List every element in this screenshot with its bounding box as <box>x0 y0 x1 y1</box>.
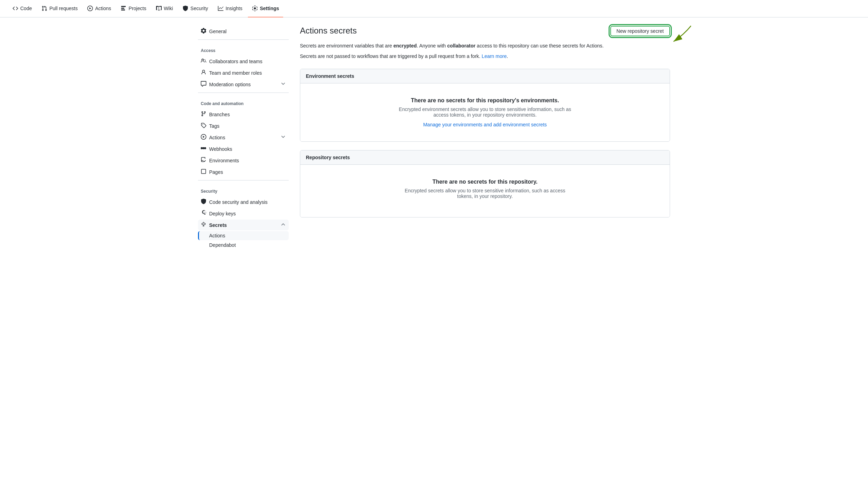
projects-icon <box>121 6 126 11</box>
nav-projects[interactable]: Projects <box>117 0 150 17</box>
actions-icon <box>87 6 93 11</box>
sidebar-code-auto-label: Code and automation <box>198 96 289 109</box>
nav-code-label: Code <box>20 6 32 11</box>
team-roles-icon <box>201 69 206 76</box>
sidebar-branches-label: Branches <box>209 112 230 117</box>
tags-icon <box>201 123 206 129</box>
desc-pre-1: Secrets are environment variables that a… <box>300 43 393 49</box>
sidebar-divider-1 <box>198 39 289 40</box>
page-header-area: Actions secrets New repository secret <box>300 26 670 36</box>
nav-wiki[interactable]: Wiki <box>152 0 177 17</box>
sidebar-sub-dependabot[interactable]: Dependabot <box>198 241 289 250</box>
sidebar-sub-actions[interactable]: Actions <box>198 231 289 240</box>
desc-mid: . Anyone with <box>417 43 447 49</box>
nav-insights-label: Insights <box>226 6 242 11</box>
sidebar-divider-3 <box>198 180 289 180</box>
repo-empty-desc: Encrypted secrets allow you to store sen… <box>398 188 572 199</box>
code-icon <box>13 6 18 11</box>
env-empty-title: There are no secrets for this repository… <box>309 97 661 104</box>
nav-wiki-label: Wiki <box>164 6 173 11</box>
desc-2-pre: Secrets are not passed to workflows that… <box>300 53 482 59</box>
page-title: Actions secrets <box>300 26 357 36</box>
nav-pull-requests[interactable]: Pull requests <box>37 0 82 17</box>
environment-secrets-box: Environment secrets There are no secrets… <box>300 69 670 142</box>
repo-secrets-box: Repository secrets There are no secrets … <box>300 150 670 217</box>
sidebar-item-deploy-keys[interactable]: Deploy keys <box>198 208 289 219</box>
deploy-keys-icon <box>201 210 206 217</box>
sidebar-item-actions[interactable]: Actions <box>198 132 289 143</box>
collaborators-icon <box>201 58 206 65</box>
pr-icon <box>42 6 47 11</box>
webhooks-icon <box>201 146 206 152</box>
nav-settings[interactable]: Settings <box>248 0 283 17</box>
gear-icon <box>201 28 206 35</box>
sidebar-item-pages[interactable]: Pages <box>198 167 289 177</box>
sidebar-team-roles-label: Team and member roles <box>209 70 262 76</box>
env-secrets-body: There are no secrets for this repository… <box>300 83 670 141</box>
nav-code[interactable]: Code <box>8 0 36 17</box>
desc-2-end: . <box>507 53 508 59</box>
chevron-up-icon <box>280 222 286 228</box>
new-repository-secret-button[interactable]: New repository secret <box>610 26 670 36</box>
sidebar-security-label: Security <box>198 183 289 197</box>
nav-projects-label: Projects <box>128 6 146 11</box>
repo-secrets-header: Repository secrets <box>300 150 670 165</box>
sidebar-moderation-label: Moderation options <box>209 82 251 87</box>
sidebar-secrets-actions-label: Actions <box>209 233 225 238</box>
desc-bold-encrypted: encrypted <box>393 43 417 49</box>
sidebar-item-code-security[interactable]: Code security and analysis <box>198 197 289 207</box>
sidebar-item-general[interactable]: General <box>198 26 289 37</box>
sidebar-item-branches[interactable]: Branches <box>198 109 289 120</box>
sidebar-general-label: General <box>209 29 227 34</box>
nav-actions-label: Actions <box>95 6 111 11</box>
manage-environments-link[interactable]: Manage your environments and add environ… <box>423 122 547 127</box>
sidebar-item-secrets-expanded[interactable]: Secrets <box>198 220 289 230</box>
learn-more-link[interactable]: Learn more <box>482 53 507 59</box>
button-wrapper: New repository secret <box>610 26 670 36</box>
sidebar-item-collaborators[interactable]: Collaborators and teams <box>198 56 289 67</box>
sidebar-webhooks-label: Webhooks <box>209 146 232 152</box>
code-security-icon <box>201 199 206 205</box>
top-navigation: Code Pull requests Actions Projects Wiki… <box>0 0 868 17</box>
actions-sidebar-icon <box>201 134 206 141</box>
nav-actions[interactable]: Actions <box>83 0 115 17</box>
sidebar-item-team-roles[interactable]: Team and member roles <box>198 67 289 78</box>
secrets-icon <box>201 222 206 228</box>
sidebar-item-tags[interactable]: Tags <box>198 120 289 131</box>
nav-settings-label: Settings <box>260 6 279 11</box>
branches-icon <box>201 111 206 118</box>
sidebar-code-security-label: Code security and analysis <box>209 199 267 205</box>
chevron-down-icon <box>280 81 286 88</box>
main-layout: General Access Collaborators and teams T… <box>190 17 678 258</box>
environments-icon <box>201 157 206 164</box>
env-empty-desc: Encrypted environment secrets allow you … <box>398 106 572 118</box>
sidebar-item-environments[interactable]: Environments <box>198 155 289 166</box>
sidebar-access-label: Access <box>198 43 289 56</box>
nav-pr-label: Pull requests <box>49 6 78 11</box>
description-1: Secrets are environment variables that a… <box>300 42 670 50</box>
sidebar-collaborators-label: Collaborators and teams <box>209 59 263 64</box>
sidebar-deploy-keys-label: Deploy keys <box>209 211 236 216</box>
security-icon <box>183 6 188 11</box>
settings-icon <box>252 6 258 11</box>
repo-empty-title: There are no secrets for this repository… <box>309 179 661 185</box>
sidebar-environments-label: Environments <box>209 158 239 163</box>
pages-icon <box>201 169 206 175</box>
chevron-down-icon-2 <box>280 134 286 141</box>
sidebar-item-moderation[interactable]: Moderation options <box>198 79 289 90</box>
sidebar-divider-2 <box>198 93 289 93</box>
desc-post: access to this repository can use these … <box>476 43 604 49</box>
moderation-icon <box>201 81 206 88</box>
sidebar: General Access Collaborators and teams T… <box>198 26 289 250</box>
desc-bold-collaborator: collaborator <box>447 43 476 49</box>
nav-security[interactable]: Security <box>178 0 212 17</box>
arrow-annotation <box>667 24 694 45</box>
nav-insights[interactable]: Insights <box>214 0 247 17</box>
sidebar-tags-label: Tags <box>209 123 220 129</box>
sidebar-pages-label: Pages <box>209 169 223 175</box>
sidebar-item-webhooks[interactable]: Webhooks <box>198 143 289 154</box>
env-secrets-header: Environment secrets <box>300 69 670 83</box>
sidebar-actions-label: Actions <box>209 135 225 140</box>
description-2: Secrets are not passed to workflows that… <box>300 52 670 60</box>
nav-security-label: Security <box>190 6 208 11</box>
